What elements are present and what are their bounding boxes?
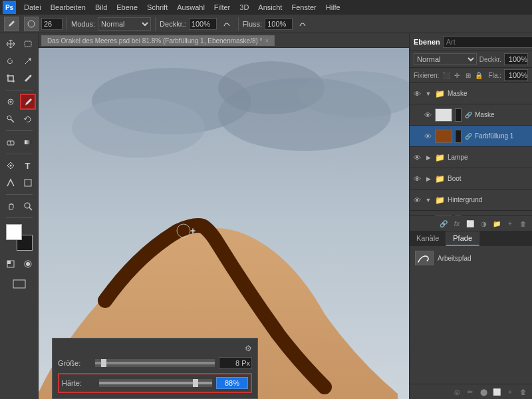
- canvas-area[interactable]: + ⚙ Größe:: [39, 48, 409, 399]
- brush-size-input[interactable]: [41, 18, 63, 30]
- blend-mode-select[interactable]: Normal: [414, 53, 477, 65]
- delete-layer-icon[interactable]: 🗑: [517, 217, 529, 229]
- haerte-slider-thumb[interactable]: [193, 379, 198, 387]
- fluss-pressure-icon[interactable]: [295, 17, 310, 31]
- tab-close-button[interactable]: ×: [265, 37, 269, 45]
- fix-artboard-icon[interactable]: ⊞: [464, 70, 472, 80]
- layer-hintergrund-group[interactable]: 👁 ▼ 📁 Hintergrund: [410, 190, 532, 211]
- menu-fenster[interactable]: Fenster: [287, 2, 320, 13]
- deckkraft-pressure-icon[interactable]: [219, 17, 234, 31]
- menu-bearbeiten[interactable]: Bearbeiten: [47, 2, 90, 13]
- tab-kanale[interactable]: Kanäle: [410, 231, 446, 246]
- tool-marquee[interactable]: [20, 36, 36, 52]
- add-path-icon[interactable]: +: [504, 386, 516, 398]
- tool-screen-mode[interactable]: [11, 276, 27, 292]
- layer-maske-thumb[interactable]: 👁 🔗 Maske: [410, 104, 532, 126]
- menu-hilfe[interactable]: Hilfe: [322, 2, 344, 13]
- tool-pen[interactable]: [3, 158, 19, 174]
- fx-icon[interactable]: fx: [451, 217, 463, 229]
- path-fill-icon[interactable]: ⬤: [477, 386, 489, 398]
- layer-maske-group[interactable]: 👁 ▼ 📁 Maske: [410, 83, 532, 104]
- wand-icon: [23, 57, 33, 66]
- menu-datei[interactable]: Datei: [20, 2, 45, 13]
- tool-hand[interactable]: [3, 198, 19, 214]
- layer-eye-maske[interactable]: 👁: [423, 110, 432, 120]
- link-layers-icon[interactable]: 🔗: [438, 217, 450, 229]
- layer-expand-boot[interactable]: ▶: [424, 176, 432, 182]
- brush-tool-button[interactable]: [4, 17, 19, 31]
- eraser-icon: [6, 138, 15, 147]
- tab-pfade[interactable]: Pfade: [446, 231, 479, 246]
- layer-boot-group[interactable]: 👁 ▶ 📁 Boot: [410, 168, 532, 190]
- tool-quick-mask-on[interactable]: [20, 256, 36, 272]
- path-mask-icon[interactable]: ⬜: [491, 386, 503, 398]
- fix-pixel-icon[interactable]: ⬛: [442, 70, 450, 80]
- layer-farbfullung[interactable]: 👁 🔗 Farbfüllung 1: [410, 126, 532, 147]
- tool-arrow[interactable]: [3, 36, 19, 52]
- layer-expand-hintergrund[interactable]: ▼: [424, 197, 432, 203]
- fix-all-icon[interactable]: 🔒: [475, 70, 483, 80]
- lasso-icon: [6, 57, 15, 66]
- tool-crop[interactable]: [3, 70, 19, 86]
- haerte-slider[interactable]: [99, 379, 212, 387]
- groesse-slider[interactable]: [95, 359, 215, 367]
- popup-settings-icon[interactable]: ⚙: [245, 344, 252, 353]
- add-mask-icon[interactable]: ⬜: [464, 217, 476, 229]
- tool-clone[interactable]: [3, 111, 19, 127]
- fluss-input[interactable]: [265, 18, 293, 30]
- tool-lasso[interactable]: [3, 53, 19, 69]
- layer-eye-hintergrund[interactable]: 👁: [412, 196, 422, 205]
- add-layer-icon[interactable]: +: [504, 217, 516, 229]
- delete-path-icon[interactable]: 🗑: [517, 386, 529, 398]
- adjustment-icon[interactable]: ◑: [477, 217, 489, 229]
- path-to-selection-icon[interactable]: ◎: [451, 386, 463, 398]
- tool-gradient[interactable]: [20, 134, 36, 150]
- tool-eyedropper[interactable]: [20, 70, 36, 86]
- menu-bild[interactable]: Bild: [91, 2, 111, 13]
- path-item-arbeitspfad[interactable]: Arbeitspfad: [412, 249, 529, 267]
- tool-wand[interactable]: [20, 53, 36, 69]
- tool-quick-mask-off[interactable]: [3, 256, 19, 272]
- path-stroke-icon[interactable]: ✏: [464, 386, 476, 398]
- deckkraft-input[interactable]: [189, 18, 217, 30]
- layer-expand-maske[interactable]: ▼: [424, 90, 432, 97]
- menu-3d[interactable]: 3D: [235, 2, 253, 13]
- menu-ebene[interactable]: Ebene: [112, 2, 142, 13]
- menu-ansicht[interactable]: Ansicht: [254, 2, 286, 13]
- paths-panel: Arbeitspfad: [410, 246, 532, 384]
- groesse-slider-thumb[interactable]: [101, 359, 106, 367]
- fill-input[interactable]: [504, 69, 528, 81]
- tool-path-select[interactable]: [3, 175, 19, 191]
- fix-position-icon[interactable]: ✛: [453, 70, 462, 80]
- layer-eye-farbfullung[interactable]: 👁: [423, 132, 432, 141]
- brush-size-icon[interactable]: [24, 17, 39, 31]
- tool-zoom[interactable]: [20, 198, 36, 214]
- layer-lampe-group[interactable]: 👁 ▶ 📁 Lampe: [410, 147, 532, 168]
- color-swatches[interactable]: [6, 224, 33, 251]
- groesse-value-input[interactable]: [219, 357, 252, 369]
- layer-link-farbfullung[interactable]: 🔗: [464, 132, 472, 140]
- layer-link-maske[interactable]: 🔗: [464, 111, 472, 119]
- opacity-input[interactable]: [504, 53, 528, 65]
- svg-rect-23: [416, 251, 433, 265]
- foreground-color[interactable]: [6, 224, 22, 240]
- add-group-icon[interactable]: 📁: [491, 217, 503, 229]
- haerte-value-input[interactable]: [216, 377, 248, 389]
- layer-himmel[interactable]: 👁 🔗 Himmel: [410, 211, 532, 215]
- tool-brush-active[interactable]: [20, 94, 36, 110]
- layer-eye-maske-group[interactable]: 👁: [412, 89, 422, 98]
- layer-expand-lampe[interactable]: ▶: [424, 154, 432, 161]
- tool-history[interactable]: [20, 111, 36, 127]
- tool-eraser[interactable]: [3, 134, 19, 150]
- layer-eye-boot[interactable]: 👁: [412, 174, 422, 184]
- canvas-tab[interactable]: Das Orakel des Meeres.psd bei 81.8% (Far…: [41, 35, 275, 46]
- menu-schrift[interactable]: Schrift: [143, 2, 172, 13]
- tool-shape[interactable]: [20, 175, 36, 191]
- layers-search-input[interactable]: [443, 36, 532, 48]
- menu-auswahl[interactable]: Auswahl: [173, 2, 209, 13]
- tool-heal[interactable]: [3, 94, 19, 110]
- modus-select[interactable]: Normal: [98, 17, 151, 31]
- tool-text[interactable]: T: [20, 158, 36, 174]
- menu-filter[interactable]: Filter: [210, 2, 234, 13]
- layer-eye-lampe[interactable]: 👁: [412, 153, 422, 162]
